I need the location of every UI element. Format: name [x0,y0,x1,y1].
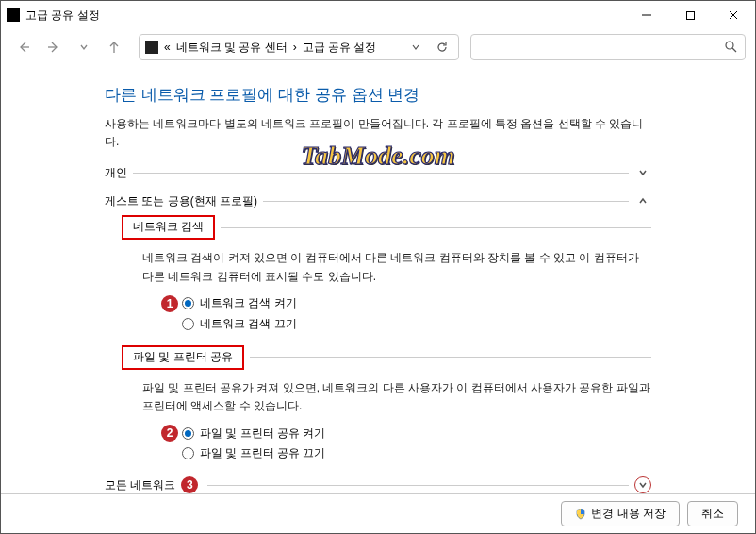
nav-up-button[interactable] [101,34,127,60]
chevron-up-icon[interactable] [634,192,651,209]
chevron-down-icon[interactable] [634,164,651,181]
section-all-label: 모든 네트워크 [105,477,175,493]
svg-point-7 [726,42,733,49]
breadcrumb-sep: › [293,41,297,54]
window-controls [625,1,755,29]
divider [263,201,629,202]
maximize-button[interactable] [668,1,712,29]
minimize-button[interactable] [625,1,668,29]
app-icon [7,8,20,22]
breadcrumb[interactable]: « 네트워크 및 공유 센터 › 고급 공유 설정 [139,34,459,60]
svg-line-8 [732,48,736,52]
radio-file-printer-on[interactable]: 2 파일 및 프린터 공유 켜기 [161,425,651,442]
breadcrumb-history-button[interactable] [405,42,426,52]
network-discovery-desc: 네트워크 검색이 켜져 있으면 이 컴퓨터에서 다른 네트워크 컴퓨터와 장치를… [142,249,651,285]
breadcrumb-item-2[interactable]: 고급 공유 설정 [303,40,377,56]
radio-label: 파일 및 프린터 공유 끄기 [200,445,325,461]
breadcrumb-item-1[interactable]: 네트워크 및 공유 센터 [176,40,288,56]
titlebar: 고급 공유 설정 [1,1,755,29]
file-printer-title: 파일 및 프린터 공유 [122,345,244,370]
refresh-button[interactable] [432,41,452,54]
subsection-file-printer: 파일 및 프린터 공유 [105,345,651,370]
window-title: 고급 공유 설정 [25,8,100,24]
network-discovery-title: 네트워크 검색 [122,215,215,240]
section-private-label: 개인 [105,165,127,181]
nav-recent-button[interactable] [71,34,97,60]
navbar: « 네트워크 및 공유 센터 › 고급 공유 설정 [1,29,755,65]
divider [207,485,629,486]
radio-label: 네트워크 검색 끄기 [200,316,297,332]
save-button[interactable]: 변경 내용 저장 [561,501,680,526]
radio-label: 네트워크 검색 켜기 [200,295,297,311]
save-button-label: 변경 내용 저장 [591,506,666,522]
radio-icon[interactable] [182,318,194,330]
radio-file-printer-off[interactable]: 파일 및 프린터 공유 끄기 [182,445,651,461]
file-printer-desc: 파일 및 프린터 공유가 켜져 있으면, 네트워크의 다른 사용자가 이 컴퓨터… [142,379,651,415]
search-icon [724,40,737,56]
divider [221,227,651,228]
content-area: 다른 네트워크 프로필에 대한 공유 옵션 변경 사용하는 네트워크마다 별도의… [1,65,755,514]
section-private[interactable]: 개인 [105,164,651,181]
nav-forward-button[interactable] [41,34,67,60]
breadcrumb-prefix: « [164,41,171,54]
breadcrumb-icon [145,41,158,54]
svg-rect-1 [686,11,694,19]
page-description: 사용하는 네트워크마다 별도의 네트워크 프로필이 만들어집니다. 각 프로필에… [105,115,651,151]
shield-icon [575,509,586,520]
section-guest[interactable]: 게스트 또는 공용(현재 프로필) [105,192,651,209]
section-all-networks[interactable]: 모든 네트워크 3 [105,476,651,493]
annotation-badge-2: 2 [161,425,178,442]
page-title: 다른 네트워크 프로필에 대한 공유 옵션 변경 [105,84,651,106]
search-input[interactable] [470,34,746,60]
radio-network-discovery-on[interactable]: 1 네트워크 검색 켜기 [161,295,651,312]
radio-icon[interactable] [182,427,194,440]
radio-network-discovery-off[interactable]: 네트워크 검색 끄기 [182,316,651,332]
cancel-button[interactable]: 취소 [687,501,738,526]
radio-icon[interactable] [182,297,194,309]
radio-label: 파일 및 프린터 공유 켜기 [200,426,325,442]
chevron-down-icon[interactable] [634,476,651,493]
cancel-button-label: 취소 [701,506,724,522]
annotation-badge-3: 3 [181,476,198,493]
nav-back-button[interactable] [10,34,37,60]
footer: 변경 내용 저장 취소 [1,493,755,533]
subsection-network-discovery: 네트워크 검색 [105,215,651,240]
divider [250,357,651,358]
divider [133,173,629,174]
close-button[interactable] [712,1,755,29]
annotation-badge-1: 1 [161,295,178,312]
radio-icon[interactable] [182,447,194,459]
section-guest-label: 게스트 또는 공용(현재 프로필) [105,193,257,209]
